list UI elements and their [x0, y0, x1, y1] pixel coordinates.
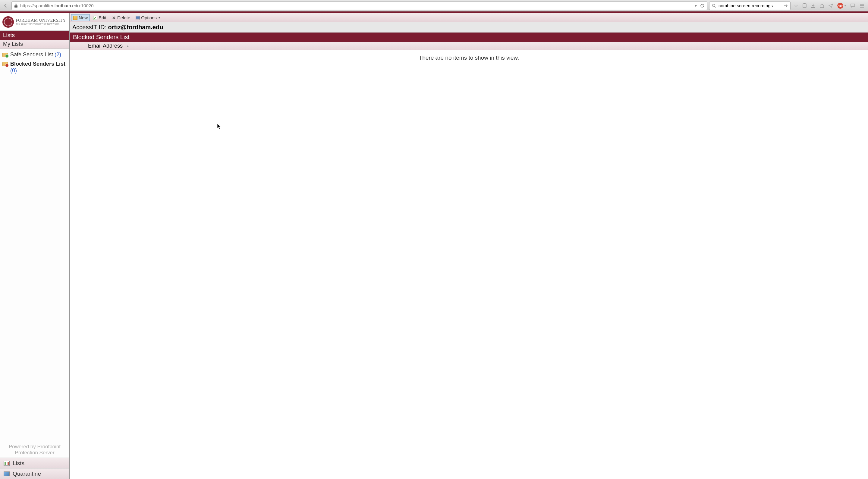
- nav-label: Quarantine: [13, 471, 41, 477]
- chat-icon[interactable]: [850, 3, 855, 8]
- access-id-label: AccessIT ID:: [72, 24, 108, 30]
- nav-quarantine[interactable]: Quarantine: [0, 469, 69, 479]
- sidebar-item-count: (0): [10, 67, 17, 73]
- reload-icon[interactable]: [700, 3, 705, 8]
- dropdown-icon[interactable]: ▾: [695, 3, 697, 8]
- svg-rect-0: [14, 5, 18, 7]
- quarantine-icon: [4, 472, 10, 476]
- content-title: Blocked Senders List: [70, 33, 868, 42]
- brand-name: FORDHAM UNIVERSITY: [16, 19, 66, 23]
- main-panel: New Edit ✕ Delete Options ▾ AccessIT ID:…: [70, 13, 868, 479]
- sidebar-header: Lists: [0, 31, 69, 40]
- sidebar: FORDHAM UNIVERSITY THE JESUIT UNIVERSITY…: [0, 13, 70, 479]
- delete-icon: ✕: [112, 16, 116, 20]
- back-button[interactable]: [2, 2, 10, 10]
- search-input[interactable]: [718, 3, 781, 8]
- search-bar[interactable]: [709, 1, 790, 10]
- options-button[interactable]: Options ▾: [133, 14, 162, 21]
- browser-toolbar: https://spamfilter.fordham.edu:10020 ▾ ☆: [0, 0, 868, 11]
- sort-ascending-icon: ▲: [126, 44, 129, 47]
- new-icon: [73, 16, 78, 20]
- svg-point-1: [712, 4, 715, 6]
- column-label: Email Address: [88, 43, 123, 49]
- brand-tagline: THE JESUIT UNIVERSITY OF NEW YORK: [16, 23, 66, 25]
- new-button[interactable]: New: [71, 14, 90, 21]
- svg-rect-5: [811, 7, 815, 8]
- nav-label: Lists: [13, 460, 24, 467]
- svg-line-2: [715, 6, 716, 7]
- send-icon[interactable]: [829, 3, 833, 8]
- seal-icon: [2, 16, 14, 28]
- lock-icon: [14, 4, 18, 8]
- url-text: https://spamfilter.fordham.edu:10020: [20, 3, 692, 8]
- options-icon: [135, 16, 140, 20]
- clipboard-icon[interactable]: [802, 3, 807, 8]
- sidebar-item-label: Blocked Senders List: [10, 61, 65, 67]
- chevron-down-icon: ▾: [158, 16, 160, 19]
- url-bar[interactable]: https://spamfilter.fordham.edu:10020 ▾: [11, 1, 707, 10]
- blocked-list-icon: [2, 62, 8, 66]
- toolbar: New Edit ✕ Delete Options ▾: [70, 13, 868, 22]
- brand-logo: FORDHAM UNIVERSITY THE JESUIT UNIVERSITY…: [0, 13, 69, 31]
- svg-rect-3: [803, 4, 806, 7]
- empty-state-message: There are no items to show in this view.: [70, 50, 868, 65]
- abp-dropdown-icon[interactable]: ▾: [844, 4, 846, 7]
- access-id-bar: AccessIT ID: ortiz@fordham.edu: [70, 22, 868, 33]
- sidebar-item-safe-senders[interactable]: Safe Senders List (2): [2, 50, 67, 59]
- bookmark-icon[interactable]: ☆: [794, 3, 798, 8]
- powered-by: Powered by Proofpoint Protection Server: [0, 442, 69, 458]
- access-id-value: ortiz@fordham.edu: [108, 24, 163, 30]
- nav-lists[interactable]: Lists: [0, 458, 69, 469]
- search-go-icon[interactable]: [784, 4, 788, 8]
- sidebar-item-blocked-senders[interactable]: Blocked Senders List (0): [2, 59, 67, 75]
- safe-list-icon: [2, 53, 8, 57]
- sidebar-item-label: Safe Senders List: [10, 52, 53, 58]
- adblock-icon[interactable]: ABP: [837, 3, 843, 9]
- menu-icon[interactable]: [860, 4, 864, 8]
- sidebar-subheader: My Lists: [0, 40, 69, 49]
- edit-button[interactable]: Edit: [91, 14, 108, 21]
- delete-button[interactable]: ✕ Delete: [110, 14, 132, 21]
- downloads-icon[interactable]: [811, 3, 815, 8]
- sidebar-item-count: (2): [55, 52, 61, 58]
- column-header-email[interactable]: Email Address ▲: [70, 42, 868, 50]
- svg-rect-4: [804, 3, 805, 4]
- home-icon[interactable]: [819, 3, 824, 8]
- lists-icon: [4, 461, 10, 466]
- search-icon: [712, 4, 716, 8]
- edit-icon: [93, 16, 97, 20]
